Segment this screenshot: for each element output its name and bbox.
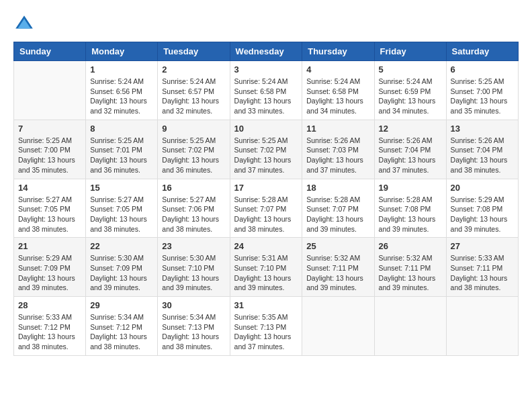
day-number: 1 [90,64,153,75]
calendar-cell: 30Sunrise: 5:34 AMSunset: 7:13 PMDayligh… [158,297,230,356]
calendar-cell: 12Sunrise: 5:26 AMSunset: 7:04 PMDayligh… [374,120,446,179]
logo [13,13,38,35]
day-number: 12 [379,124,442,134]
logo-icon [13,13,35,35]
weekday-header: Friday [374,42,446,61]
day-info: Sunrise: 5:24 AMSunset: 6:58 PMDaylight:… [234,77,298,116]
weekday-header: Wednesday [230,42,302,61]
calendar-cell: 28Sunrise: 5:33 AMSunset: 7:12 PMDayligh… [14,297,86,356]
day-info: Sunrise: 5:27 AMSunset: 7:05 PMDaylight:… [18,195,81,234]
calendar-cell: 25Sunrise: 5:32 AMSunset: 7:11 PMDayligh… [302,238,374,297]
day-number: 18 [306,183,369,193]
day-info: Sunrise: 5:24 AMSunset: 6:59 PMDaylight:… [379,77,442,116]
day-number: 9 [162,124,225,134]
calendar-cell [374,297,446,356]
calendar-cell: 8Sunrise: 5:25 AMSunset: 7:01 PMDaylight… [86,120,158,179]
calendar-cell: 9Sunrise: 5:25 AMSunset: 7:02 PMDaylight… [158,120,230,179]
calendar-cell: 16Sunrise: 5:27 AMSunset: 7:06 PMDayligh… [158,179,230,238]
day-info: Sunrise: 5:33 AMSunset: 7:11 PMDaylight:… [451,253,514,293]
day-info: Sunrise: 5:26 AMSunset: 7:03 PMDaylight:… [306,136,369,175]
calendar-cell: 10Sunrise: 5:25 AMSunset: 7:02 PMDayligh… [230,120,302,179]
day-info: Sunrise: 5:24 AMSunset: 6:57 PMDaylight:… [162,77,225,116]
day-info: Sunrise: 5:26 AMSunset: 7:04 PMDaylight:… [451,136,514,175]
day-number: 21 [18,241,81,251]
day-number: 31 [234,300,298,310]
page-header [13,13,519,35]
day-number: 26 [379,241,442,251]
calendar-cell: 18Sunrise: 5:28 AMSunset: 7:07 PMDayligh… [302,179,374,238]
weekday-header: Thursday [302,42,374,61]
calendar-cell: 22Sunrise: 5:30 AMSunset: 7:09 PMDayligh… [86,238,158,297]
day-number: 6 [451,64,514,75]
calendar-cell: 19Sunrise: 5:28 AMSunset: 7:08 PMDayligh… [374,179,446,238]
day-info: Sunrise: 5:30 AMSunset: 7:10 PMDaylight:… [162,253,225,293]
calendar-cell: 14Sunrise: 5:27 AMSunset: 7:05 PMDayligh… [14,179,86,238]
day-info: Sunrise: 5:29 AMSunset: 7:08 PMDaylight:… [451,195,514,234]
calendar-cell [14,61,86,120]
day-info: Sunrise: 5:34 AMSunset: 7:12 PMDaylight:… [90,312,153,352]
day-number: 22 [90,241,153,251]
calendar-cell: 15Sunrise: 5:27 AMSunset: 7:05 PMDayligh… [86,179,158,238]
day-info: Sunrise: 5:27 AMSunset: 7:05 PMDaylight:… [90,195,153,234]
day-info: Sunrise: 5:25 AMSunset: 7:02 PMDaylight:… [234,136,298,175]
day-info: Sunrise: 5:25 AMSunset: 7:01 PMDaylight:… [90,136,153,175]
calendar-week-row: 21Sunrise: 5:29 AMSunset: 7:09 PMDayligh… [14,238,519,297]
day-info: Sunrise: 5:24 AMSunset: 6:56 PMDaylight:… [90,77,153,116]
calendar-cell: 7Sunrise: 5:25 AMSunset: 7:00 PMDaylight… [14,120,86,179]
day-info: Sunrise: 5:27 AMSunset: 7:06 PMDaylight:… [162,195,225,234]
day-info: Sunrise: 5:30 AMSunset: 7:09 PMDaylight:… [90,253,153,293]
day-number: 28 [18,300,81,310]
day-number: 5 [379,64,442,75]
calendar-cell: 29Sunrise: 5:34 AMSunset: 7:12 PMDayligh… [86,297,158,356]
day-number: 10 [234,124,298,134]
day-number: 30 [162,300,225,310]
calendar-cell: 6Sunrise: 5:25 AMSunset: 7:00 PMDaylight… [446,61,518,120]
day-number: 14 [18,183,81,193]
calendar-week-row: 1Sunrise: 5:24 AMSunset: 6:56 PMDaylight… [14,61,519,120]
day-number: 13 [451,124,514,134]
calendar-table: SundayMondayTuesdayWednesdayThursdayFrid… [13,42,519,356]
day-info: Sunrise: 5:32 AMSunset: 7:11 PMDaylight:… [379,253,442,293]
weekday-header: Sunday [14,42,86,61]
day-number: 8 [90,124,153,134]
day-info: Sunrise: 5:25 AMSunset: 7:02 PMDaylight:… [162,136,225,175]
day-number: 15 [90,183,153,193]
day-number: 7 [18,124,81,134]
day-info: Sunrise: 5:26 AMSunset: 7:04 PMDaylight:… [379,136,442,175]
day-number: 16 [162,183,225,193]
calendar-header-row: SundayMondayTuesdayWednesdayThursdayFrid… [14,42,519,61]
calendar-cell: 20Sunrise: 5:29 AMSunset: 7:08 PMDayligh… [446,179,518,238]
day-info: Sunrise: 5:34 AMSunset: 7:13 PMDaylight:… [162,312,225,352]
day-info: Sunrise: 5:33 AMSunset: 7:12 PMDaylight:… [18,312,81,352]
calendar-cell: 27Sunrise: 5:33 AMSunset: 7:11 PMDayligh… [446,238,518,297]
calendar-cell [446,297,518,356]
day-info: Sunrise: 5:28 AMSunset: 7:08 PMDaylight:… [379,195,442,234]
day-number: 20 [451,183,514,193]
day-info: Sunrise: 5:28 AMSunset: 7:07 PMDaylight:… [234,195,298,234]
calendar-cell: 5Sunrise: 5:24 AMSunset: 6:59 PMDaylight… [374,61,446,120]
day-info: Sunrise: 5:29 AMSunset: 7:09 PMDaylight:… [18,253,81,293]
day-number: 25 [306,241,369,251]
calendar-cell: 2Sunrise: 5:24 AMSunset: 6:57 PMDaylight… [158,61,230,120]
calendar-cell: 3Sunrise: 5:24 AMSunset: 6:58 PMDaylight… [230,61,302,120]
day-number: 23 [162,241,225,251]
day-info: Sunrise: 5:28 AMSunset: 7:07 PMDaylight:… [306,195,369,234]
calendar-week-row: 14Sunrise: 5:27 AMSunset: 7:05 PMDayligh… [14,179,519,238]
day-number: 19 [379,183,442,193]
calendar-cell: 24Sunrise: 5:31 AMSunset: 7:10 PMDayligh… [230,238,302,297]
day-number: 29 [90,300,153,310]
calendar-cell: 23Sunrise: 5:30 AMSunset: 7:10 PMDayligh… [158,238,230,297]
calendar-cell: 4Sunrise: 5:24 AMSunset: 6:58 PMDaylight… [302,61,374,120]
calendar-cell: 13Sunrise: 5:26 AMSunset: 7:04 PMDayligh… [446,120,518,179]
calendar-week-row: 28Sunrise: 5:33 AMSunset: 7:12 PMDayligh… [14,297,519,356]
day-number: 17 [234,183,298,193]
calendar-cell: 1Sunrise: 5:24 AMSunset: 6:56 PMDaylight… [86,61,158,120]
weekday-header: Monday [86,42,158,61]
day-number: 4 [306,64,369,75]
day-number: 3 [234,64,298,75]
calendar-cell [302,297,374,356]
day-info: Sunrise: 5:24 AMSunset: 6:58 PMDaylight:… [306,77,369,116]
calendar-cell: 17Sunrise: 5:28 AMSunset: 7:07 PMDayligh… [230,179,302,238]
calendar-cell: 11Sunrise: 5:26 AMSunset: 7:03 PMDayligh… [302,120,374,179]
day-info: Sunrise: 5:25 AMSunset: 7:00 PMDaylight:… [451,77,514,116]
